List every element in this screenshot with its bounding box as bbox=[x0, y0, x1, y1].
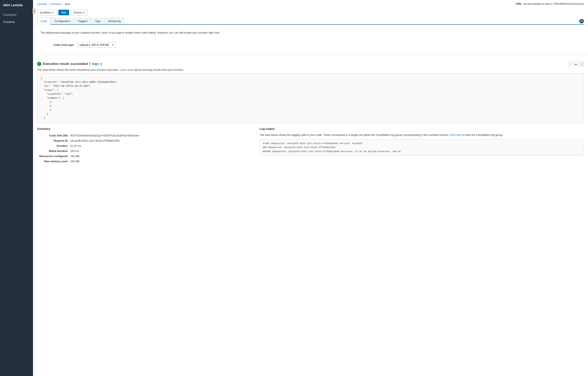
test-button[interactable]: Test bbox=[58, 10, 69, 15]
breadcrumb-functions[interactable]: Functions bbox=[50, 2, 62, 6]
breadcrumb-sep-1: › bbox=[48, 3, 49, 5]
execution-description: The area below shows the result returned… bbox=[37, 68, 584, 71]
qualifiers-button[interactable]: Qualifiers ▼ bbox=[37, 10, 57, 15]
code-entry-select[interactable]: Upload a .ZIP or JAR file bbox=[77, 42, 116, 48]
execution-paren-close: ) bbox=[100, 62, 102, 66]
tab-code[interactable]: Code bbox=[37, 18, 51, 25]
sidebar-item-functions[interactable]: Functions bbox=[0, 18, 33, 26]
summary-row-label: Code SHA-256 bbox=[37, 133, 70, 138]
summary-row: Billed duration100 ms bbox=[37, 148, 253, 154]
summary-column: Summary Code SHA-256RSXTD2Hfe4EhAeAZCgX+… bbox=[37, 127, 253, 164]
log-description: The area below shows the logging calls i… bbox=[259, 133, 584, 137]
summary-row: Resources configured192 MB bbox=[37, 154, 253, 159]
click-here-link[interactable]: Click here bbox=[450, 133, 462, 136]
summary-row: Duration51.87 ms bbox=[37, 143, 253, 148]
tab-configuration[interactable]: Configuration bbox=[51, 18, 74, 24]
tabs-container: Code Configuration Triggers Tags Monitor… bbox=[37, 18, 584, 25]
breadcrumb: Lambda › Functions › post bbox=[37, 2, 70, 6]
success-icon: ✓ bbox=[37, 62, 41, 66]
log-line: REPORT RequestId: c6ca1efb-5532-11e7-8c2… bbox=[263, 149, 581, 154]
help-icon[interactable]: ? bbox=[579, 19, 584, 23]
summary-row-label: Max memory used bbox=[37, 159, 70, 164]
summary-row-value: 100 ms bbox=[70, 148, 253, 154]
actions-button[interactable]: Actions ▼ bbox=[71, 10, 88, 15]
execution-expand-button[interactable]: ⬜ bbox=[579, 62, 584, 66]
qualifiers-label: Qualifiers bbox=[40, 11, 51, 14]
code-tab-content: The deployment package of your Lambda fu… bbox=[33, 25, 588, 54]
code-entry-row: Code entry type Upload a .ZIP or JAR fil… bbox=[37, 40, 584, 51]
summary-log-columns: Summary Code SHA-256RSXTD2Hfe4EhAeAZCgX+… bbox=[37, 127, 584, 164]
summary-row-label: Billed duration bbox=[37, 148, 70, 154]
actions-label: Actions bbox=[74, 11, 82, 14]
breadcrumb-lambda[interactable]: Lambda bbox=[37, 2, 47, 6]
summary-title: Summary bbox=[37, 127, 253, 130]
page-header: Lambda › Functions › post ARN - arn:aws:… bbox=[33, 0, 588, 25]
execution-minimize-button[interactable]: ▬ bbox=[574, 62, 578, 66]
test-label: Test bbox=[61, 11, 66, 14]
execution-paren-open: ( bbox=[89, 62, 90, 66]
tab-triggers[interactable]: Triggers bbox=[74, 18, 91, 24]
arn-value: arn:aws:lambda:us-east-1:779519588420:fu… bbox=[524, 2, 584, 5]
arn-label: ARN bbox=[516, 2, 521, 5]
execution-title: ✓ Execution result: succeeded ( logs ) bbox=[37, 62, 102, 66]
execution-title-text: Execution result: succeeded bbox=[43, 62, 88, 66]
breadcrumb-sep-2: › bbox=[63, 3, 64, 5]
sidebar-toggle[interactable]: ◀ bbox=[32, 8, 35, 14]
summary-row-value: 192 MB bbox=[70, 154, 253, 159]
sidebar: AWS Lambda ◀ Dashboard Functions bbox=[0, 0, 33, 376]
log-box: START RequestId: c6ca1efb-5532-11e7-8c2d… bbox=[259, 139, 584, 156]
summary-row-value: RSXTD2Hfe4EhAeAZCgX+rOdiTFUEyrZqFAoKYkb5… bbox=[70, 133, 253, 138]
summary-row-label: Resources configured bbox=[37, 154, 70, 159]
logs-link[interactable]: logs bbox=[92, 62, 99, 66]
sidebar-nav: Dashboard Functions bbox=[0, 10, 33, 27]
summary-row: Code SHA-256RSXTD2Hfe4EhAeAZCgX+rOdiTFUE… bbox=[37, 133, 253, 138]
execution-close-button[interactable]: ✕ bbox=[568, 62, 572, 66]
breadcrumb-current: post bbox=[65, 2, 70, 6]
resize-handle[interactable]: · · · bbox=[33, 54, 588, 58]
summary-row-value: 51.87 ms bbox=[70, 143, 253, 148]
execution-section: ✓ Execution result: succeeded ( logs ) ✕… bbox=[33, 58, 588, 167]
log-output-title: Log output bbox=[259, 127, 584, 130]
summary-table: Code SHA-256RSXTD2Hfe4EhAeAZCgX+rOdiTFUE… bbox=[37, 133, 253, 164]
execution-result-header: ✓ Execution result: succeeded ( logs ) ✕… bbox=[37, 62, 584, 66]
summary-row-label: Request ID bbox=[37, 138, 70, 143]
summary-row: Request IDc6ca1efb-5532-11e7-8c2d-e7f459… bbox=[37, 138, 253, 143]
summary-row-label: Duration bbox=[37, 143, 70, 148]
summary-row: Max memory used109 MB bbox=[37, 159, 253, 164]
learn-more-link[interactable]: Learn more bbox=[120, 68, 133, 71]
execution-controls: ✕ ▬ ⬜ bbox=[568, 62, 584, 66]
qualifiers-caret-icon: ▼ bbox=[52, 11, 54, 14]
toolbar: Qualifiers ▼ Test Actions ▼ bbox=[37, 8, 584, 18]
code-entry-label: Code entry type bbox=[54, 43, 74, 46]
sidebar-brand: AWS Lambda bbox=[0, 0, 33, 10]
actions-caret-icon: ▼ bbox=[83, 11, 85, 14]
log-line: END RequestId: c6ca1efb-5532-11e7-8c2d-e… bbox=[263, 145, 581, 149]
arn-display: ARN - arn:aws:lambda:us-east-1:779519588… bbox=[516, 2, 584, 5]
tab-tags[interactable]: Tags bbox=[92, 18, 104, 24]
notice-text: The deployment package of your Lambda fu… bbox=[41, 31, 220, 34]
main-content: Lambda › Functions › post ARN - arn:aws:… bbox=[33, 0, 588, 376]
tab-monitoring[interactable]: Monitoring bbox=[105, 18, 124, 24]
notice-box: The deployment package of your Lambda fu… bbox=[37, 28, 584, 37]
summary-row-value: 109 MB bbox=[70, 159, 253, 164]
summary-row-value: c6ca1efb-5532-11e7-8c2d-e7f459d22045 bbox=[70, 138, 253, 143]
log-output-column: Log output The area below shows the logg… bbox=[259, 127, 584, 164]
log-line: START RequestId: c6ca1efb-5532-11e7-8c2d… bbox=[263, 141, 581, 146]
brand-text: AWS Lambda bbox=[3, 3, 23, 7]
sidebar-item-dashboard[interactable]: Dashboard bbox=[0, 11, 33, 18]
execution-result-box: { "orderId": "d31a5768-74c1-48cc-8800-22… bbox=[37, 73, 584, 123]
code-entry-select-wrapper: Upload a .ZIP or JAR file ▼ bbox=[77, 42, 116, 48]
